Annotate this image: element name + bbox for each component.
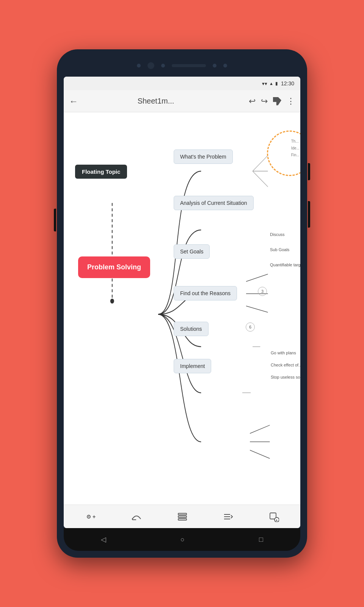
branch-whats-problem[interactable]: What's the Problem bbox=[174, 149, 233, 164]
status-bar: ▾▾ ▲ ▮ 12:30 bbox=[64, 77, 300, 90]
solutions-bubble: 6 bbox=[246, 322, 255, 332]
svg-text:+: + bbox=[93, 514, 96, 520]
add-sheet-button[interactable]: + bbox=[268, 511, 279, 522]
redo-button[interactable]: ↪ bbox=[261, 96, 268, 106]
floating-topic-label: Floating Topic bbox=[82, 168, 120, 175]
nav-back-icon[interactable]: ◁ bbox=[101, 535, 106, 544]
status-time: 12:30 bbox=[281, 80, 294, 86]
connect-icon bbox=[131, 511, 142, 522]
nav-home-icon[interactable]: ○ bbox=[180, 536, 185, 544]
layout-icon bbox=[177, 511, 188, 522]
svg-line-2 bbox=[246, 274, 268, 281]
implement-child-1: Go with plans bbox=[271, 351, 296, 355]
central-node-label: Problem Solving bbox=[87, 263, 141, 271]
sensor-dot-3 bbox=[213, 64, 217, 68]
sensor-dot-1 bbox=[137, 64, 141, 68]
app-title: Sheet1m... bbox=[67, 97, 245, 105]
wifi-icon: ▾▾ bbox=[262, 81, 267, 86]
svg-line-4 bbox=[246, 306, 268, 313]
branch-set-goals[interactable]: Set Goals bbox=[174, 244, 210, 259]
more-button[interactable]: ⋮ bbox=[287, 96, 295, 106]
connect-button[interactable] bbox=[131, 511, 142, 522]
implement-label: Implement bbox=[180, 363, 205, 369]
svg-line-7 bbox=[250, 450, 270, 459]
set-goals-child-2: Sub Goals bbox=[270, 247, 289, 252]
sensor-dot-4 bbox=[223, 64, 227, 68]
phone-top-sensors bbox=[64, 56, 300, 75]
status-icons: ▾▾ ▲ ▮ bbox=[262, 81, 278, 86]
svg-rect-19 bbox=[178, 516, 187, 517]
branch-implement[interactable]: Implement bbox=[174, 359, 211, 373]
phone-nav-bar: ◁ ○ □ bbox=[64, 528, 300, 551]
branch-analysis[interactable]: Analysis of Current Situation bbox=[174, 196, 254, 210]
svg-point-1 bbox=[110, 299, 114, 304]
side-button-left bbox=[54, 209, 56, 231]
svg-line-12 bbox=[253, 171, 268, 187]
phone-screen: ▾▾ ▲ ▮ 12:30 ← Sheet1m... ↩ ↪ ⋮ bbox=[64, 77, 300, 528]
orange-label-2: Ide... bbox=[291, 145, 300, 152]
solutions-label: Solutions bbox=[180, 326, 202, 332]
signal-icon: ▲ bbox=[269, 81, 273, 86]
set-goals-child-1: Discuss bbox=[270, 232, 285, 237]
orange-circle-labels: Th... Ide... Fin... bbox=[291, 138, 300, 159]
svg-text:+: + bbox=[275, 518, 278, 522]
side-button-power bbox=[308, 201, 310, 228]
add-topic-button[interactable]: + bbox=[85, 511, 96, 522]
bottom-toolbar: + bbox=[64, 505, 300, 528]
orange-label-1: Th... bbox=[291, 138, 300, 145]
battery-icon: ▮ bbox=[275, 81, 278, 86]
speaker-bar bbox=[172, 64, 206, 67]
add-sheet-icon: + bbox=[268, 511, 279, 522]
app-bar-actions: ↩ ↪ ⋮ bbox=[249, 96, 295, 106]
svg-line-10 bbox=[253, 156, 268, 171]
implement-child-3: Stop useless so... bbox=[271, 375, 300, 379]
analysis-label: Analysis of Current Situation bbox=[180, 200, 247, 206]
set-goals-label: Set Goals bbox=[180, 248, 203, 255]
central-node[interactable]: Problem Solving bbox=[78, 256, 150, 278]
orange-label-3: Fin... bbox=[291, 152, 300, 159]
svg-point-14 bbox=[88, 516, 89, 517]
format-painter-button[interactable] bbox=[273, 97, 281, 105]
outline-icon bbox=[223, 511, 233, 522]
set-goals-child-3: Quantifiable targ... bbox=[270, 263, 300, 267]
outline-button[interactable] bbox=[223, 511, 233, 522]
mindmap-canvas[interactable]: Floating Topic Problem Solving What's th… bbox=[64, 112, 300, 505]
svg-line-5 bbox=[250, 425, 270, 434]
camera-dot bbox=[147, 62, 154, 69]
find-reasons-bubble: 3 bbox=[258, 287, 267, 296]
side-button-volume bbox=[308, 163, 310, 180]
branch-solutions[interactable]: Solutions bbox=[174, 322, 209, 336]
whats-problem-label: What's the Problem bbox=[180, 154, 226, 160]
svg-rect-20 bbox=[178, 519, 187, 520]
floating-topic-node[interactable]: Floating Topic bbox=[75, 165, 127, 179]
sensor-dot-2 bbox=[161, 64, 165, 68]
layout-button[interactable] bbox=[177, 511, 188, 522]
add-topic-icon: + bbox=[85, 511, 96, 522]
app-bar: ← Sheet1m... ↩ ↪ ⋮ bbox=[64, 90, 300, 112]
svg-rect-18 bbox=[178, 513, 187, 515]
phone-device: ▾▾ ▲ ▮ 12:30 ← Sheet1m... ↩ ↪ ⋮ bbox=[57, 49, 307, 558]
branch-find-reasons[interactable]: Find out the Reasons bbox=[174, 286, 237, 300]
implement-child-2: Check effect of... bbox=[271, 363, 300, 367]
find-reasons-label: Find out the Reasons bbox=[180, 290, 231, 296]
undo-button[interactable]: ↩ bbox=[249, 96, 256, 106]
nav-recents-icon[interactable]: □ bbox=[259, 536, 263, 544]
